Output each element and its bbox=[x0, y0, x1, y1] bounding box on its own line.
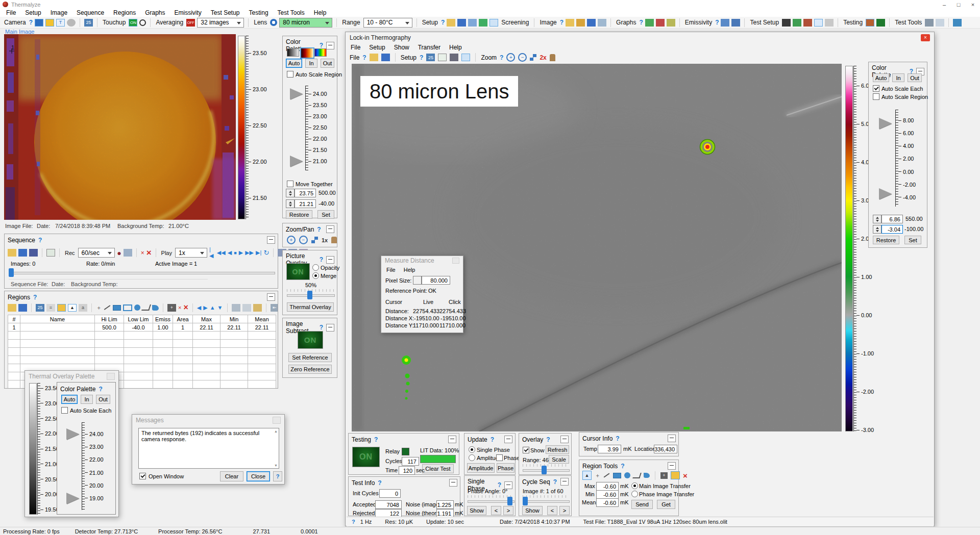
stop-icon[interactable]: ■ bbox=[234, 250, 236, 256]
menu-item[interactable]: Testing bbox=[248, 9, 270, 16]
lockin-in-button[interactable]: In bbox=[892, 73, 904, 82]
picture-overlay-on-button[interactable]: ON bbox=[286, 263, 310, 280]
camera-lock-icon[interactable] bbox=[67, 19, 76, 27]
measure-menu-item[interactable]: Help bbox=[404, 267, 415, 273]
lockin-zoom-in-icon[interactable]: + bbox=[506, 53, 515, 62]
lockin-menu-item[interactable]: Show bbox=[394, 44, 409, 51]
menu-item[interactable]: Sequence bbox=[76, 9, 105, 16]
rt-polyline-icon[interactable] bbox=[632, 473, 642, 478]
testing-run-icon[interactable] bbox=[866, 19, 874, 27]
lockin-zoom-out-icon[interactable]: − bbox=[518, 53, 527, 62]
phase-image-transfer-radio[interactable] bbox=[631, 491, 638, 497]
test-setup-search-icon[interactable] bbox=[814, 19, 823, 27]
lockin-restore-button[interactable]: Restore bbox=[873, 236, 899, 244]
messages-help-button[interactable]: ? bbox=[273, 471, 282, 481]
regions-collapse-button[interactable] bbox=[267, 293, 275, 301]
scroll-up-icon[interactable]: ▲ bbox=[274, 429, 278, 433]
camera-calibrate-icon[interactable]: 25 bbox=[84, 19, 93, 27]
lockin-menu-item[interactable]: Help bbox=[449, 44, 462, 51]
region-delete-icon[interactable]: × bbox=[178, 304, 181, 311]
regions-table-icon[interactable] bbox=[57, 304, 66, 312]
menu-item[interactable]: Image bbox=[50, 9, 68, 16]
cycle-slider-track[interactable] bbox=[523, 500, 570, 503]
menu-item[interactable]: File bbox=[5, 9, 17, 16]
palette-low-handle[interactable] bbox=[290, 156, 303, 167]
accepted-field[interactable]: 7048 bbox=[375, 500, 402, 509]
camera-connect-icon[interactable] bbox=[35, 19, 43, 27]
overlay-scale-button[interactable]: Scale bbox=[549, 455, 569, 464]
lockin-overlay-collapse-button[interactable] bbox=[560, 436, 569, 443]
palette-set-button[interactable]: Set bbox=[317, 210, 334, 219]
rt-ellipse-icon[interactable] bbox=[624, 472, 630, 478]
time-field[interactable]: 120 bbox=[399, 466, 415, 475]
messages-clear-button[interactable]: Clear bbox=[220, 471, 243, 481]
rt-pointer-icon[interactable]: ▲ bbox=[582, 471, 592, 480]
lockin-window-icon[interactable] bbox=[461, 54, 470, 61]
lockin-palette-high-handle[interactable] bbox=[879, 118, 892, 129]
cycles-field[interactable]: 117 bbox=[402, 457, 419, 466]
sequence-open-icon[interactable] bbox=[8, 249, 16, 257]
image-subtract-on-button[interactable]: ON bbox=[298, 331, 323, 349]
lockin-close-button[interactable]: × bbox=[921, 34, 930, 41]
play-icon[interactable]: ▶ bbox=[239, 249, 243, 256]
hi-value-field[interactable]: 23.75 bbox=[295, 189, 316, 197]
zoom-in-icon[interactable]: + bbox=[287, 236, 296, 244]
window-button[interactable] bbox=[107, 373, 115, 380]
rt-mean-field[interactable]: -0.60 bbox=[596, 498, 619, 507]
lockin-auto-scale-each-checkbox[interactable] bbox=[873, 85, 879, 92]
camera-focus-icon[interactable]: T bbox=[56, 19, 65, 27]
test-setup-play-icon[interactable] bbox=[782, 19, 791, 27]
cycle-next-button[interactable]: > bbox=[559, 506, 570, 515]
move-right-icon[interactable]: ▶ bbox=[203, 304, 207, 311]
setup-transfer-icon[interactable] bbox=[479, 19, 487, 27]
cycle-seq-help-icon[interactable]: ? bbox=[553, 478, 557, 486]
lockin-save-icon[interactable] bbox=[381, 54, 390, 61]
single-phase-show-button[interactable]: Show bbox=[467, 506, 486, 515]
overlay-out-button[interactable]: Out bbox=[96, 395, 110, 404]
close-button[interactable]: × bbox=[966, 1, 980, 9]
pan-hand-icon[interactable] bbox=[331, 237, 337, 243]
lockin-image[interactable]: 80 micron Lens bbox=[352, 64, 842, 431]
emissivity-grid-icon[interactable] bbox=[731, 19, 740, 27]
overlay-slider-thumb[interactable] bbox=[307, 291, 312, 299]
auto-scale-region-checkbox[interactable] bbox=[287, 71, 293, 78]
rt-table-icon[interactable] bbox=[671, 471, 680, 479]
region-tools-collapse-button[interactable] bbox=[668, 462, 676, 470]
window-button[interactable] bbox=[452, 258, 459, 264]
region-rect-icon[interactable] bbox=[113, 305, 121, 311]
scroll-down-icon[interactable]: ▼ bbox=[274, 464, 278, 467]
cycle-slider-thumb[interactable] bbox=[523, 497, 528, 505]
menu-item[interactable]: Graphs bbox=[144, 9, 166, 16]
cut-icon[interactable] bbox=[232, 304, 240, 312]
setup-window-icon[interactable] bbox=[489, 19, 498, 27]
cursor-location-field[interactable]: 336,430 bbox=[654, 445, 677, 453]
thermal-overlay-palette-titlebar[interactable]: Thermal Overlay Palette bbox=[25, 371, 118, 381]
amplitude-radio[interactable] bbox=[469, 454, 475, 461]
main-image-transfer-radio[interactable] bbox=[631, 482, 638, 489]
overlay-low-handle[interactable] bbox=[66, 493, 79, 504]
emissivity-table-icon[interactable] bbox=[721, 19, 729, 27]
region-delete-all-icon[interactable]: × bbox=[183, 303, 188, 312]
merge-radio[interactable] bbox=[312, 272, 319, 279]
indent-icon[interactable]: ⇤ bbox=[271, 304, 279, 312]
touchup-target-icon[interactable] bbox=[139, 19, 146, 26]
lockin-2x-label[interactable]: 2x bbox=[540, 54, 546, 61]
rt-line-icon[interactable] bbox=[604, 473, 610, 477]
skip-end-icon[interactable]: ▶| bbox=[256, 249, 261, 256]
lockin-lo-spinner[interactable] bbox=[873, 225, 881, 234]
cursor-temp-field[interactable]: 3.99 bbox=[598, 445, 621, 453]
emissivity-help-icon[interactable]: ? bbox=[715, 19, 719, 26]
rt-polygon-icon[interactable] bbox=[644, 473, 650, 478]
palette-out-button[interactable]: Out bbox=[321, 59, 334, 68]
rt-add-point-icon[interactable]: + bbox=[660, 472, 668, 479]
phase-checkbox[interactable] bbox=[496, 454, 503, 461]
fast-forward-icon[interactable]: ▶▶ bbox=[245, 249, 254, 256]
lockin-out-button[interactable]: Out bbox=[908, 73, 922, 82]
lockin-auto-scale-region-checkbox[interactable] bbox=[873, 93, 879, 100]
cycle-prev-button[interactable]: < bbox=[547, 506, 557, 515]
regions-save-icon[interactable] bbox=[18, 304, 27, 312]
regions-label-icon[interactable]: a bbox=[79, 304, 87, 312]
image-help-icon[interactable]: ? bbox=[560, 19, 564, 26]
record-options-icon[interactable] bbox=[124, 249, 132, 257]
testing-screen-icon[interactable] bbox=[876, 19, 885, 27]
